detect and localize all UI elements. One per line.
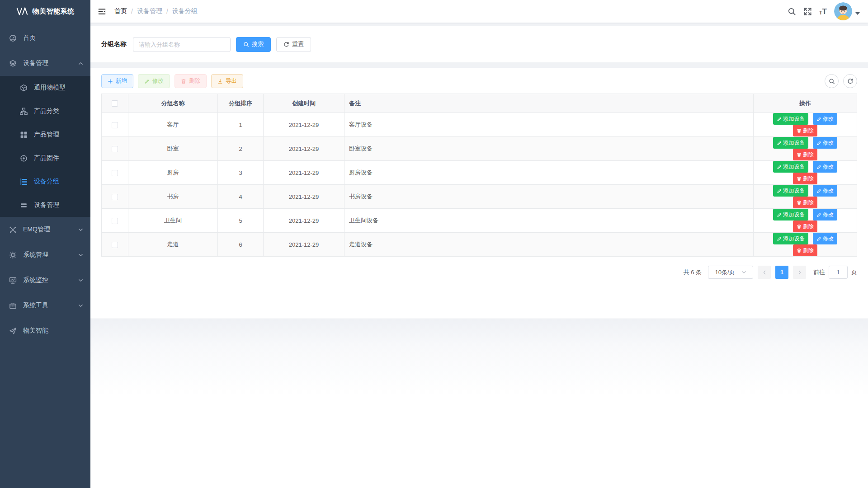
delete-row-button[interactable]: 删除 xyxy=(793,173,817,184)
trash-icon xyxy=(797,176,802,181)
sidebar-item-product-firmware[interactable]: 产品固件 xyxy=(0,146,90,170)
reset-button[interactable]: 重置 xyxy=(276,37,311,52)
user-menu[interactable] xyxy=(834,2,860,20)
cell-group-name: 客厅 xyxy=(128,113,218,137)
sidebar-item-product-category[interactable]: 产品分类 xyxy=(0,99,90,123)
select-all-checkbox[interactable] xyxy=(112,100,118,107)
edit-button[interactable]: 修改 xyxy=(138,74,170,88)
cube-icon xyxy=(20,84,28,92)
row-checkbox[interactable] xyxy=(112,170,118,176)
sitemap-icon xyxy=(20,108,28,115)
pencil-icon xyxy=(816,236,821,241)
group-name-input[interactable] xyxy=(133,37,231,52)
delete-row-button[interactable]: 删除 xyxy=(793,221,817,232)
export-button[interactable]: 导出 xyxy=(211,74,243,88)
row-checkbox[interactable] xyxy=(112,146,118,152)
add-device-button[interactable]: 添加设备 xyxy=(773,185,808,197)
search-button[interactable]: 搜索 xyxy=(236,37,271,52)
emq-icon xyxy=(9,226,17,234)
delete-row-button[interactable]: 删除 xyxy=(793,197,817,208)
prev-page-button[interactable] xyxy=(758,266,771,279)
add-device-button[interactable]: 添加设备 xyxy=(773,209,808,221)
main-area: 首页 / 设备管理 / 设备分组 TT xyxy=(90,0,868,488)
delete-button[interactable]: 删除 xyxy=(175,74,207,88)
cell-group-order: 4 xyxy=(218,185,264,209)
cell-remark: 客厅设备 xyxy=(344,113,754,137)
add-device-button[interactable]: 添加设备 xyxy=(773,137,808,149)
cell-group-order: 6 xyxy=(218,233,264,257)
row-checkbox[interactable] xyxy=(112,218,118,224)
pencil-icon xyxy=(777,164,782,169)
goto-page-input[interactable] xyxy=(829,266,848,279)
delete-row-button[interactable]: 删除 xyxy=(793,125,817,136)
trash-icon xyxy=(797,128,802,133)
table-row: 客厅 1 2021-12-29 客厅设备 添加设备 修改 xyxy=(102,113,857,137)
next-page-button[interactable] xyxy=(793,266,806,279)
pencil-icon xyxy=(816,141,821,145)
edit-row-button[interactable]: 修改 xyxy=(813,209,837,221)
sidebar-item-wumei-smart[interactable]: 物美智能 xyxy=(0,318,90,343)
sidebar-item-system-management[interactable]: 系统管理 xyxy=(0,242,90,267)
edit-row-button[interactable]: 修改 xyxy=(813,137,837,149)
pagination-jumper: 前往 页 xyxy=(813,266,857,279)
sidebar-item-emq-management[interactable]: EMQ管理 xyxy=(0,217,90,242)
breadcrumb-home[interactable]: 首页 xyxy=(114,7,127,15)
row-checkbox[interactable] xyxy=(112,194,118,200)
layers-icon xyxy=(9,60,17,67)
edit-row-button[interactable]: 修改 xyxy=(813,161,837,173)
pencil-icon xyxy=(816,212,821,217)
table-row: 厨房 3 2021-12-29 厨房设备 添加设备 修改 xyxy=(102,161,857,185)
cell-created-time: 2021-12-29 xyxy=(264,161,344,185)
row-checkbox[interactable] xyxy=(112,242,118,248)
collapse-sidebar-icon[interactable] xyxy=(98,8,106,15)
sidebar-item-device-management[interactable]: 设备管理 xyxy=(0,51,90,76)
pencil-icon xyxy=(777,117,782,122)
header-search-icon[interactable] xyxy=(788,7,796,16)
font-size-icon[interactable]: TT xyxy=(819,8,827,15)
cell-remark: 卧室设备 xyxy=(344,137,754,161)
edit-row-button[interactable]: 修改 xyxy=(813,113,837,125)
group-name-label: 分组名称 xyxy=(101,40,127,48)
sidebar-item-home[interactable]: 首页 xyxy=(0,25,90,51)
sidebar-item-thing-model[interactable]: 通用物模型 xyxy=(0,76,90,99)
logo-icon xyxy=(16,7,28,16)
cell-group-name: 走道 xyxy=(128,233,218,257)
refresh-table-button[interactable] xyxy=(843,74,857,88)
sidebar-item-system-tools[interactable]: 系统工具 xyxy=(0,293,90,318)
toggle-search-button[interactable] xyxy=(825,74,839,88)
pencil-icon xyxy=(816,164,821,169)
avatar[interactable] xyxy=(834,2,852,20)
sidebar-item-product-management[interactable]: 产品管理 xyxy=(0,123,90,146)
sidebar-item-device-group[interactable]: 设备分组 xyxy=(0,170,90,193)
pagination-total: 共 6 条 xyxy=(684,268,702,277)
search-icon xyxy=(829,78,835,84)
pencil-icon xyxy=(777,212,782,217)
sidebar-item-system-monitor[interactable]: 系统监控 xyxy=(0,267,90,293)
edit-row-button[interactable]: 修改 xyxy=(813,233,837,244)
breadcrumb-separator: / xyxy=(131,8,133,15)
add-device-button[interactable]: 添加设备 xyxy=(773,233,808,244)
trash-icon xyxy=(797,248,802,253)
delete-row-button[interactable]: 删除 xyxy=(793,244,817,256)
breadcrumb-section: 设备管理 xyxy=(137,7,162,15)
cell-created-time: 2021-12-29 xyxy=(264,185,344,209)
page-size-select[interactable]: 10条/页 xyxy=(708,266,753,279)
sidebar-item-device-list[interactable]: 设备管理 xyxy=(0,193,90,217)
chevron-down-icon xyxy=(78,227,83,232)
breadcrumb-separator: / xyxy=(166,8,168,15)
delete-row-button[interactable]: 删除 xyxy=(793,149,817,160)
cell-created-time: 2021-12-29 xyxy=(264,137,344,161)
add-button[interactable]: 新增 xyxy=(101,74,133,88)
add-device-button[interactable]: 添加设备 xyxy=(773,161,808,173)
cell-group-order: 2 xyxy=(218,137,264,161)
row-checkbox[interactable] xyxy=(112,122,118,128)
table-row: 走道 6 2021-12-29 走道设备 添加设备 修改 xyxy=(102,233,857,257)
page-number-active[interactable]: 1 xyxy=(775,266,788,279)
column-header-group-name: 分组名称 xyxy=(128,94,218,113)
app-logo[interactable]: 物美智能系统 xyxy=(0,0,90,23)
add-device-button[interactable]: 添加设备 xyxy=(773,113,808,125)
edit-row-button[interactable]: 修改 xyxy=(813,185,837,197)
cell-remark: 厨房设备 xyxy=(344,161,754,185)
fullscreen-icon[interactable] xyxy=(803,7,812,16)
pencil-icon xyxy=(144,79,150,84)
